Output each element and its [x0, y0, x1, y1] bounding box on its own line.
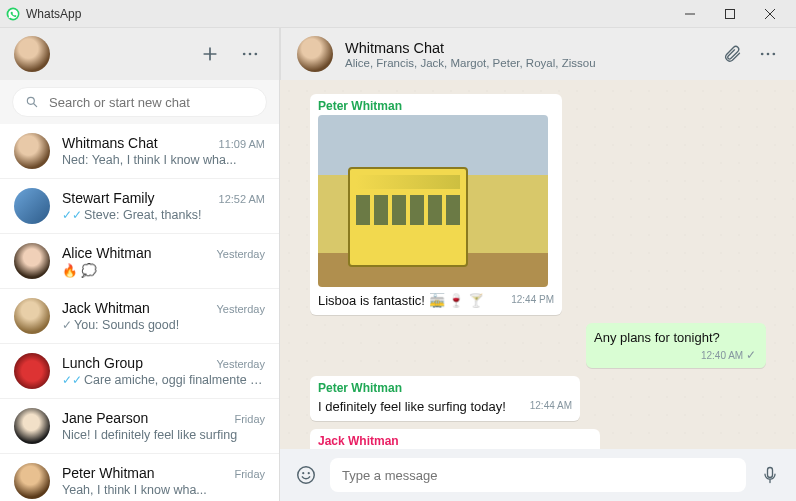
chat-name: Stewart Family	[62, 190, 219, 206]
message-body: Lisboa is fantastic! 🚋 🍷 🍸	[318, 293, 484, 308]
conversation-menu-button[interactable]	[756, 42, 780, 66]
chat-time: Friday	[234, 468, 265, 480]
svg-point-5	[27, 97, 34, 104]
my-avatar[interactable]	[14, 36, 50, 72]
sent-tick-icon: ✓	[62, 318, 72, 332]
conversation-avatar[interactable]	[297, 36, 333, 72]
chat-list: Whitmans Chat11:09 AM Ned: Yeah, I think…	[0, 124, 279, 501]
read-ticks-icon: ✓✓	[62, 373, 82, 387]
chat-time: Yesterday	[216, 303, 265, 315]
message-body: Any plans for tonight?	[594, 330, 720, 345]
chat-avatar	[14, 298, 50, 334]
message-time: 12:44 AM	[530, 400, 572, 411]
message-time: 12:44 PM	[511, 294, 554, 305]
message-body: I definitely feel like surfing today!	[318, 399, 506, 414]
svg-point-8	[773, 53, 776, 56]
chat-item-lunch[interactable]: Lunch GroupYesterday ✓✓Care amiche, oggi…	[0, 344, 279, 399]
new-chat-button[interactable]	[195, 42, 225, 66]
chat-avatar	[14, 353, 50, 389]
chat-item-peter[interactable]: Peter WhitmanFriday Yeah, I think I know…	[0, 454, 279, 501]
whatsapp-logo-icon	[6, 7, 20, 21]
message-incoming[interactable]: Peter Whitman Lisboa is fantastic! 🚋 🍷 🍸…	[310, 94, 562, 315]
svg-rect-1	[726, 9, 735, 18]
compose-input[interactable]	[342, 468, 734, 483]
conversation-participants: Alice, Francis, Jack, Margot, Peter, Roy…	[345, 57, 708, 69]
message-image[interactable]	[318, 115, 548, 287]
chat-time: 11:09 AM	[219, 138, 265, 150]
search-box[interactable]	[12, 87, 267, 117]
svg-point-7	[767, 53, 770, 56]
compose-box[interactable]	[330, 458, 746, 492]
message-author: Peter Whitman	[318, 381, 572, 395]
sidebar-header	[0, 28, 279, 80]
svg-point-4	[255, 53, 258, 56]
message-incoming[interactable]: Jack Whitman Tonight is the movie night!…	[310, 429, 600, 449]
chat-time: Yesterday	[216, 358, 265, 370]
chat-item-jane[interactable]: Jane PearsonFriday Nice! I definitely fe…	[0, 399, 279, 454]
message-time: 12:40 AM ✓	[594, 348, 758, 362]
chat-preview: ✓✓Care amiche, oggi finalmente posso	[62, 373, 265, 387]
search-icon	[25, 95, 39, 109]
sidebar: Whitmans Chat11:09 AM Ned: Yeah, I think…	[0, 28, 280, 501]
emoji-button[interactable]	[294, 463, 318, 487]
chat-preview: Ned: Yeah, I think I know wha...	[62, 153, 265, 167]
chat-avatar	[14, 463, 50, 499]
attach-button[interactable]	[720, 42, 744, 66]
message-incoming[interactable]: Peter Whitman I definitely feel like sur…	[310, 376, 580, 421]
chat-avatar	[14, 408, 50, 444]
svg-point-2	[243, 53, 246, 56]
chat-preview: 🔥 💭	[62, 263, 265, 278]
chat-time: Yesterday	[216, 248, 265, 260]
message-author: Jack Whitman	[318, 434, 592, 448]
svg-point-10	[302, 472, 304, 474]
chat-avatar	[14, 243, 50, 279]
window-minimize-button[interactable]	[670, 0, 710, 28]
search-input[interactable]	[49, 95, 254, 110]
chat-preview: ✓You: Sounds good!	[62, 318, 265, 332]
sent-tick-icon: ✓	[746, 348, 756, 362]
composer	[280, 449, 796, 501]
chat-name: Whitmans Chat	[62, 135, 219, 151]
read-ticks-icon: ✓✓	[62, 208, 82, 222]
conversation-header: Whitmans Chat Alice, Francis, Jack, Marg…	[280, 28, 796, 80]
chat-item-whitmans[interactable]: Whitmans Chat11:09 AM Ned: Yeah, I think…	[0, 124, 279, 179]
menu-button[interactable]	[235, 42, 265, 66]
svg-point-6	[761, 53, 764, 56]
chat-name: Alice Whitman	[62, 245, 216, 261]
chat-preview: Nice! I definitely feel like surfing	[62, 428, 265, 442]
message-author: Peter Whitman	[318, 99, 554, 113]
voice-button[interactable]	[758, 463, 782, 487]
chat-name: Lunch Group	[62, 355, 216, 371]
titlebar: WhatsApp	[0, 0, 796, 28]
chat-item-jack[interactable]: Jack WhitmanYesterday ✓You: Sounds good!	[0, 289, 279, 344]
window-maximize-button[interactable]	[710, 0, 750, 28]
window-close-button[interactable]	[750, 0, 790, 28]
chat-item-stewart[interactable]: Stewart Family12:52 AM ✓✓Steve: Great, t…	[0, 179, 279, 234]
chat-avatar	[14, 133, 50, 169]
svg-point-9	[298, 467, 315, 484]
chat-avatar	[14, 188, 50, 224]
search-bar	[0, 80, 279, 124]
chat-name: Peter Whitman	[62, 465, 234, 481]
svg-point-11	[308, 472, 310, 474]
chat-item-alice[interactable]: Alice WhitmanYesterday 🔥 💭	[0, 234, 279, 289]
chat-name: Jack Whitman	[62, 300, 216, 316]
svg-point-3	[249, 53, 252, 56]
message-list: Peter Whitman Lisboa is fantastic! 🚋 🍷 🍸…	[280, 80, 796, 449]
message-outgoing[interactable]: Any plans for tonight? 12:40 AM ✓	[586, 323, 766, 368]
chat-preview: Yeah, I think I know wha...	[62, 483, 265, 497]
chat-time: Friday	[234, 413, 265, 425]
svg-rect-12	[768, 468, 773, 478]
chat-name: Jane Pearson	[62, 410, 234, 426]
conversation-pane: Whitmans Chat Alice, Francis, Jack, Marg…	[280, 28, 796, 501]
chat-preview: ✓✓Steve: Great, thanks!	[62, 208, 265, 222]
window-title: WhatsApp	[26, 7, 670, 21]
conversation-title: Whitmans Chat	[345, 40, 708, 56]
chat-time: 12:52 AM	[219, 193, 265, 205]
